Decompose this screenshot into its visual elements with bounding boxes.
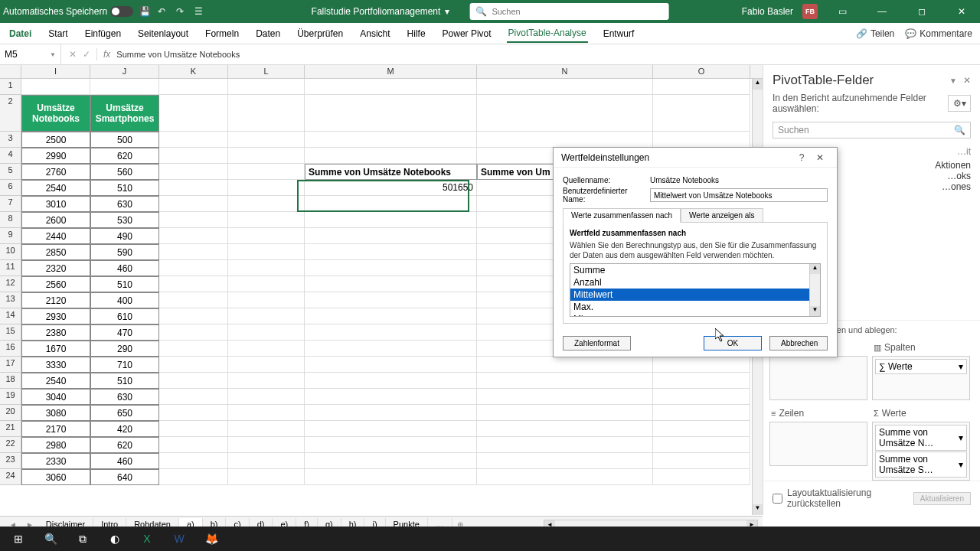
row-header[interactable]: 16: [0, 341, 21, 357]
cell[interactable]: [305, 79, 477, 95]
cancel-formula-icon[interactable]: ✕: [69, 49, 77, 60]
cell[interactable]: [228, 276, 305, 292]
row-header[interactable]: 10: [0, 244, 21, 260]
firefox-icon[interactable]: 🦊: [196, 527, 227, 551]
cell[interactable]: [653, 357, 750, 373]
cell[interactable]: [228, 453, 305, 469]
cell[interactable]: 710: [90, 357, 159, 373]
cell[interactable]: [159, 180, 228, 196]
tab-powerpivot[interactable]: Power Pivot: [441, 25, 493, 42]
row-header[interactable]: 1: [0, 79, 21, 95]
listbox-item[interactable]: Max.: [570, 301, 820, 313]
cell[interactable]: [159, 405, 228, 421]
undo-icon[interactable]: ↶: [158, 6, 168, 17]
app-icon[interactable]: ◐: [100, 527, 130, 551]
tab-entwurf[interactable]: Entwurf: [602, 25, 636, 42]
cell[interactable]: [653, 437, 750, 453]
cell[interactable]: 530: [90, 212, 159, 228]
cell[interactable]: 650: [90, 405, 159, 421]
cell[interactable]: [228, 292, 305, 308]
cell[interactable]: [159, 437, 228, 453]
row-header[interactable]: 24: [0, 469, 21, 485]
cell[interactable]: [228, 79, 305, 95]
listbox-item[interactable]: Mittelwert: [570, 289, 820, 301]
tab-formeln[interactable]: Formeln: [204, 25, 240, 42]
cell[interactable]: [477, 437, 653, 453]
cell[interactable]: [159, 453, 228, 469]
excel-icon[interactable]: X: [132, 527, 162, 551]
row-header[interactable]: 9: [0, 228, 21, 244]
cell[interactable]: [228, 421, 305, 437]
maximize-icon[interactable]: ◻: [906, 1, 937, 22]
custom-name-input[interactable]: [650, 188, 828, 202]
row-header[interactable]: 12: [0, 276, 21, 292]
cell[interactable]: [159, 389, 228, 405]
cell[interactable]: 1670: [21, 341, 90, 357]
tab-seitenlayout[interactable]: Seitenlayout: [136, 25, 190, 42]
row-header[interactable]: 17: [0, 357, 21, 373]
cell[interactable]: [228, 260, 305, 276]
autosave-toggle[interactable]: Automatisches Speichern: [3, 6, 133, 17]
select-all-corner[interactable]: [0, 65, 21, 78]
cell[interactable]: [653, 373, 750, 389]
cell[interactable]: [653, 453, 750, 469]
cell[interactable]: [228, 228, 305, 244]
cell[interactable]: [159, 164, 228, 180]
cell[interactable]: [305, 437, 477, 453]
cell[interactable]: [477, 421, 653, 437]
cell[interactable]: [305, 132, 477, 148]
row-header[interactable]: 15: [0, 324, 21, 341]
defer-checkbox[interactable]: [773, 494, 782, 504]
task-view-icon[interactable]: ⧉: [67, 527, 98, 551]
chevron-down-icon[interactable]: ▼: [50, 51, 56, 58]
zone-values[interactable]: Summe von Umsätze N…▾ Summe von Umsätze …: [872, 422, 970, 481]
column-header[interactable]: M: [305, 65, 477, 78]
cell[interactable]: 630: [90, 389, 159, 405]
cell[interactable]: [159, 308, 228, 324]
close-icon[interactable]: ✕: [946, 1, 977, 22]
cell[interactable]: 2930: [21, 308, 90, 324]
zone-item[interactable]: Summe von Umsätze N…▾: [875, 425, 967, 451]
cell[interactable]: Summe von Umsätze Notebooks: [305, 164, 477, 180]
ribbon-options-icon[interactable]: ▭: [827, 1, 858, 22]
cell[interactable]: [228, 95, 305, 132]
cell[interactable]: [653, 79, 750, 95]
row-header[interactable]: 6: [0, 180, 21, 196]
cell[interactable]: [305, 341, 477, 357]
row-header[interactable]: 2: [0, 95, 21, 132]
cell[interactable]: [90, 79, 159, 95]
cell[interactable]: 2330: [21, 453, 90, 469]
cell[interactable]: [477, 469, 653, 485]
cell[interactable]: 590: [90, 244, 159, 260]
cell[interactable]: 2500: [21, 132, 90, 148]
cell[interactable]: [477, 453, 653, 469]
cell[interactable]: [228, 164, 305, 180]
cell[interactable]: 2120: [21, 292, 90, 308]
cell[interactable]: [305, 95, 477, 132]
cell[interactable]: [653, 469, 750, 485]
field-search[interactable]: Suchen 🔍: [773, 122, 971, 139]
comments-button[interactable]: 💬 Kommentare: [905, 28, 972, 39]
cell[interactable]: [159, 95, 228, 132]
doc-name[interactable]: Fallstudie Portfoliomanagement: [312, 6, 441, 17]
cell[interactable]: [228, 389, 305, 405]
scroll-up-icon[interactable]: ▲: [753, 79, 763, 90]
cell[interactable]: 490: [90, 228, 159, 244]
cell[interactable]: [305, 228, 477, 244]
cell[interactable]: 3080: [21, 405, 90, 421]
calculation-listbox[interactable]: SummeAnzahlMittelwertMax.Min.Produkt ▲ ▼: [570, 263, 821, 317]
cell[interactable]: [653, 389, 750, 405]
accept-formula-icon[interactable]: ✓: [83, 49, 90, 60]
row-header[interactable]: 20: [0, 405, 21, 421]
update-button[interactable]: Aktualisieren: [913, 492, 971, 505]
cell[interactable]: [477, 373, 653, 389]
cell[interactable]: 2850: [21, 244, 90, 260]
cell[interactable]: [305, 389, 477, 405]
cell[interactable]: 500: [90, 132, 159, 148]
cell[interactable]: 2440: [21, 228, 90, 244]
zone-item[interactable]: Summe von Umsätze S…▾: [875, 452, 967, 478]
tab-daten[interactable]: Daten: [254, 25, 282, 42]
cell[interactable]: 3040: [21, 389, 90, 405]
word-icon[interactable]: W: [164, 527, 194, 551]
cell[interactable]: [159, 292, 228, 308]
